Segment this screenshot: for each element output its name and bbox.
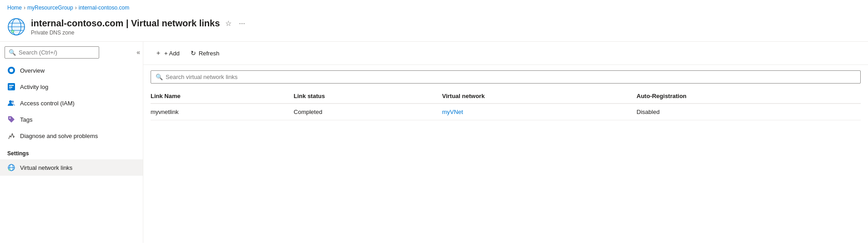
collapse-sidebar-button[interactable]: « (134, 48, 143, 57)
svg-point-6 (12, 30, 14, 32)
sidebar-item-label: Virtual network links (20, 164, 72, 171)
sidebar-item-access-control[interactable]: Access control (IAM) (0, 95, 143, 111)
svg-point-8 (10, 69, 13, 72)
more-options-button[interactable]: ··· (237, 18, 247, 30)
sidebar-item-label: Access control (IAM) (20, 100, 75, 107)
sidebar-item-label: Activity log (20, 84, 48, 90)
sidebar-item-activity-log[interactable]: Activity log (0, 79, 143, 95)
dns-zone-icon (7, 18, 25, 36)
activity-log-icon (7, 83, 15, 91)
resource-header: internal-contoso.com | Virtual network l… (0, 14, 868, 41)
sidebar-item-overview[interactable]: Overview (0, 62, 143, 79)
table-search-box[interactable]: 🔍 (151, 70, 861, 84)
refresh-label: Refresh (199, 50, 220, 57)
content-area: ＋ + Add ↻ Refresh 🔍 Link Name Link statu… (143, 42, 868, 243)
sidebar-item-label: Diagnose and solve problems (20, 133, 98, 139)
col-header-link-status: Link status (294, 89, 442, 104)
add-button[interactable]: ＋ + Add (151, 46, 184, 60)
add-icon: ＋ (155, 49, 161, 57)
settings-section-title: Settings (0, 144, 143, 159)
col-header-auto-registration: Auto-Registration (636, 89, 861, 104)
resource-title-block: internal-contoso.com | Virtual network l… (31, 17, 247, 36)
sidebar-item-virtual-network-links[interactable]: Virtual network links (0, 159, 143, 176)
sidebar: 🔍 « Overview Activity log Access control… (0, 42, 143, 243)
virtual-network-links-table: Link Name Link status Virtual network Au… (151, 89, 861, 120)
col-header-virtual-network: Virtual network (442, 89, 637, 104)
svg-rect-11 (9, 87, 12, 88)
virtual-network-link[interactable]: myVNet (442, 109, 463, 115)
breadcrumb: Home › myResourceGroup › internal-contos… (0, 0, 868, 14)
svg-rect-10 (9, 85, 14, 86)
cell-virtual-network[interactable]: myVNet (442, 104, 637, 120)
breadcrumb-resource[interactable]: internal-contoso.com (79, 5, 129, 11)
cell-link-name: myvnetlink (151, 104, 294, 120)
svg-point-15 (10, 118, 11, 119)
col-header-link-name: Link Name (151, 89, 294, 104)
sidebar-item-diagnose[interactable]: Diagnose and solve problems (0, 128, 143, 144)
table-search-input[interactable] (166, 74, 856, 80)
sidebar-item-label: Overview (20, 67, 45, 74)
add-label: + Add (164, 50, 180, 57)
table-search-icon: 🔍 (156, 74, 163, 80)
table-header-row: Link Name Link status Virtual network Au… (151, 89, 861, 104)
refresh-button[interactable]: ↻ Refresh (186, 47, 224, 59)
svg-point-14 (12, 101, 14, 103)
svg-rect-12 (9, 89, 11, 89)
sidebar-search-input[interactable] (19, 49, 95, 56)
sidebar-search-row: 🔍 « (0, 42, 143, 62)
search-icon: 🔍 (9, 49, 16, 56)
refresh-icon: ↻ (191, 49, 196, 57)
diagnose-icon (7, 132, 15, 140)
sidebar-item-label: Tags (20, 116, 32, 123)
access-control-icon (7, 99, 15, 107)
svg-point-20 (9, 169, 10, 170)
resource-subtitle: Private DNS zone (31, 30, 247, 36)
resource-title: internal-contoso.com | Virtual network l… (31, 18, 220, 29)
cell-auto-registration: Disabled (636, 104, 861, 120)
breadcrumb-home[interactable]: Home (7, 5, 22, 11)
svg-point-13 (9, 100, 12, 103)
cell-link-status: Completed (294, 104, 442, 120)
table-row: myvnetlinkCompletedmyVNetDisabled (151, 104, 861, 120)
favorite-button[interactable]: ☆ (223, 17, 233, 30)
virtual-network-links-icon (7, 163, 15, 172)
tags-icon (7, 115, 15, 124)
sidebar-item-tags[interactable]: Tags (0, 111, 143, 128)
table-area: 🔍 Link Name Link status Virtual network … (143, 65, 868, 243)
sidebar-search-box[interactable]: 🔍 (5, 46, 99, 59)
main-layout: 🔍 « Overview Activity log Access control… (0, 41, 868, 243)
breadcrumb-resource-group[interactable]: myResourceGroup (27, 5, 73, 11)
toolbar: ＋ + Add ↻ Refresh (143, 42, 868, 65)
overview-icon (7, 66, 15, 74)
